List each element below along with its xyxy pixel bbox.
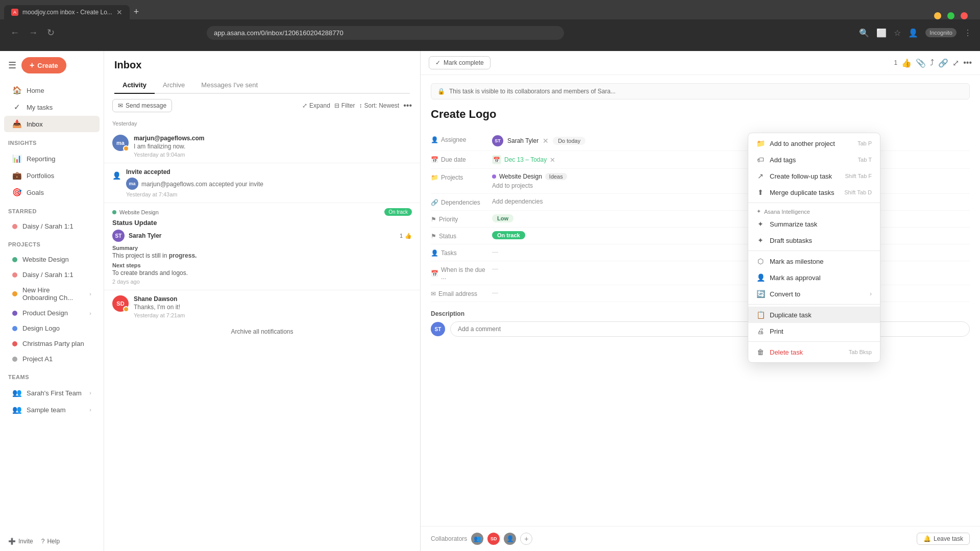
daisy-sarah-dot — [12, 272, 17, 278]
sidebar-item-daisy-sarah-starred[interactable]: Daisy / Sarah 1:1 — [4, 219, 100, 234]
forward-button[interactable]: → — [27, 26, 40, 40]
reload-button[interactable]: ↻ — [45, 25, 57, 40]
share-button[interactable]: ⤴ — [930, 58, 934, 67]
due-date-label: 📅 Due date — [431, 155, 492, 163]
merge-duplicates-label: Merge duplicate tasks — [770, 189, 834, 196]
menu-item-add-tags[interactable]: 🏷 Add tags TabT — [748, 152, 880, 168]
list-item[interactable]: 👤 Invite accepted ma marjun@pageflows.co… — [104, 163, 420, 203]
portfolios-icon: 💼 — [12, 171, 21, 180]
add-to-projects-button[interactable]: Add to projects — [492, 182, 970, 189]
sidebar-item-home[interactable]: 🏠 Home — [4, 82, 100, 98]
menu-item-duplicate-task[interactable]: 📋 Duplicate task — [748, 307, 880, 323]
add-dependencies-button[interactable]: Add dependencies — [492, 198, 543, 205]
comment-row: ST — [431, 321, 970, 337]
menu-item-create-followup[interactable]: ↗ Create follow-up task ShiftTabF — [748, 168, 880, 184]
invite-time: Yesterday at 7:43am — [126, 191, 412, 197]
list-item[interactable]: SD Shane Dawson Thanks, I'm on it! Yeste… — [104, 290, 420, 323]
list-item[interactable]: Website Design On track Status Update ST… — [104, 203, 420, 290]
sidebar-footer: ➕ Invite ? Help — [0, 532, 104, 551]
sidebar-item-new-hire[interactable]: New Hire Onboarding Ch... › — [4, 283, 100, 305]
sidebar-item-inbox[interactable]: 📥 Inbox — [4, 116, 100, 132]
sidebar-item-goals[interactable]: 🎯 Goals — [4, 184, 100, 201]
priority-value[interactable]: Low — [492, 215, 970, 222]
expand-button[interactable]: ⤢ Expand — [302, 102, 330, 109]
sidebar-item-project-a1[interactable]: Project A1 — [4, 352, 100, 366]
new-hire-expand-icon: › — [89, 291, 91, 297]
link-button[interactable]: 🔗 — [938, 58, 948, 68]
status-value[interactable]: On track — [492, 232, 970, 239]
sidebar-item-product-design[interactable]: Product Design › — [4, 306, 100, 320]
send-message-button[interactable]: ✉ Send message — [112, 99, 172, 112]
sidebar-item-design-logo[interactable]: Design Logo — [4, 321, 100, 336]
more-task-options-button[interactable]: ••• — [963, 58, 972, 67]
hamburger-button[interactable]: ☰ — [8, 60, 16, 71]
project-a1-label: Project A1 — [22, 355, 53, 363]
remove-date-button[interactable]: ✕ — [550, 156, 555, 164]
maximize-button[interactable] — [947, 12, 954, 19]
menu-item-mark-approval[interactable]: 👤 Mark as approval — [748, 269, 880, 286]
sidebar-item-sarahs-team[interactable]: 👥 Sarah's First Team › — [4, 385, 100, 401]
address-bar[interactable] — [207, 26, 564, 40]
invite-button[interactable]: ➕ Invite — [8, 538, 33, 545]
menu-item-add-to-project[interactable]: 📁 Add to another project TabP — [748, 135, 880, 152]
menu-item-print[interactable]: 🖨 Print — [748, 323, 880, 339]
expand-task-button[interactable]: ⤢ — [952, 58, 959, 68]
assignee-avatar: ST — [492, 135, 503, 146]
tab-close-button[interactable]: ✕ — [116, 8, 122, 16]
sidebar-item-sample-team[interactable]: 👥 Sample team › — [4, 402, 100, 418]
more-options-button[interactable]: ••• — [403, 101, 412, 110]
close-button[interactable] — [961, 12, 968, 19]
sidebar-item-christmas-party[interactable]: Christmas Party plan — [4, 336, 100, 351]
sort-button[interactable]: ↕ Sort: Newest — [359, 102, 399, 109]
menu-item-summarize[interactable]: ✦ Summarize task — [748, 216, 880, 232]
sidebar-item-reporting[interactable]: 📊 Reporting — [4, 151, 100, 167]
attachment-button[interactable]: 📎 — [916, 58, 926, 68]
menu-item-draft-subtasks[interactable]: ✦ Draft subtasks — [748, 232, 880, 248]
sidebar-item-portfolios[interactable]: 💼 Portfolios — [4, 167, 100, 184]
sarahs-team-expand: › — [89, 390, 91, 396]
mark-complete-button[interactable]: ✓ Mark complete — [429, 56, 491, 69]
cast-icon[interactable]: ⬜ — [876, 28, 887, 38]
due-date-value[interactable]: 📅 Dec 13 – Today ✕ — [492, 155, 970, 164]
dependencies-field: 🔗 Dependencies Add dependencies — [431, 194, 970, 211]
filter-button[interactable]: ⊟ Filter — [334, 102, 355, 109]
menu-icon[interactable]: ⋮ — [964, 28, 972, 38]
assignee-value[interactable]: ST Sarah Tyler ✕ Do today — [492, 135, 970, 146]
project-chip[interactable]: Website Design Ideas — [492, 173, 970, 180]
sidebar-item-website-design[interactable]: Website Design — [4, 252, 100, 267]
browser-toolbar: ← → ↻ 🔍 ⬜ ☆ 👤 Incognito ⋮ — [0, 19, 980, 46]
menu-item-merge-duplicates[interactable]: ⬆ Merge duplicate tasks ShiftTabD — [748, 184, 880, 201]
menu-item-mark-milestone[interactable]: ⬡ Mark as milestone — [748, 253, 880, 269]
invite-icon: ➕ — [8, 538, 16, 545]
menu-item-delete-task[interactable]: 🗑 Delete task TabBksp — [748, 344, 880, 360]
create-button[interactable]: + Create — [21, 57, 66, 73]
filter-label: Filter — [341, 102, 355, 109]
do-today-button[interactable]: Do today — [553, 137, 585, 145]
remove-assignee-button[interactable]: ✕ — [543, 137, 549, 145]
search-icon[interactable]: 🔍 — [859, 28, 869, 38]
status-author-avatar: ST — [112, 230, 125, 242]
summary-text: This project is still in — [112, 252, 169, 259]
tab-activity[interactable]: Activity — [114, 77, 155, 94]
active-tab[interactable]: A moodjoy.com inbox - Create Lo... ✕ — [4, 5, 130, 19]
tab-messages-sent[interactable]: Messages I've sent — [193, 77, 266, 94]
profile-icon[interactable]: 👤 — [908, 28, 918, 38]
add-collaborator-button[interactable]: + — [520, 533, 532, 545]
back-button[interactable]: ← — [8, 26, 21, 40]
sidebar-item-daisy-sarah[interactable]: Daisy / Sarah 1:1 — [4, 267, 100, 282]
sidebar-item-my-tasks[interactable]: ✓ My tasks — [4, 99, 100, 115]
list-item[interactable]: ma marjun@pageflows.com I am finalizing … — [104, 130, 420, 163]
notification-text-area: marjun@pageflows.com I am finalizing now… — [134, 135, 412, 158]
menu-item-convert-to[interactable]: 🔄 Convert to › — [748, 286, 880, 302]
bookmark-icon[interactable]: ☆ — [894, 28, 901, 38]
like-button[interactable]: 👍 — [901, 58, 912, 68]
minimize-button[interactable] — [934, 12, 941, 19]
task-title: Create Logo — [431, 108, 970, 121]
comment-input[interactable] — [450, 321, 970, 337]
archive-all-button[interactable]: Archive all notifications — [231, 328, 293, 335]
leave-task-button[interactable]: 🔔 Leave task — [917, 533, 970, 545]
priority-icon: ⚑ — [431, 216, 436, 223]
tab-archive[interactable]: Archive — [155, 77, 193, 94]
new-tab-button[interactable]: + — [130, 5, 143, 19]
help-button[interactable]: ? Help — [41, 538, 60, 545]
